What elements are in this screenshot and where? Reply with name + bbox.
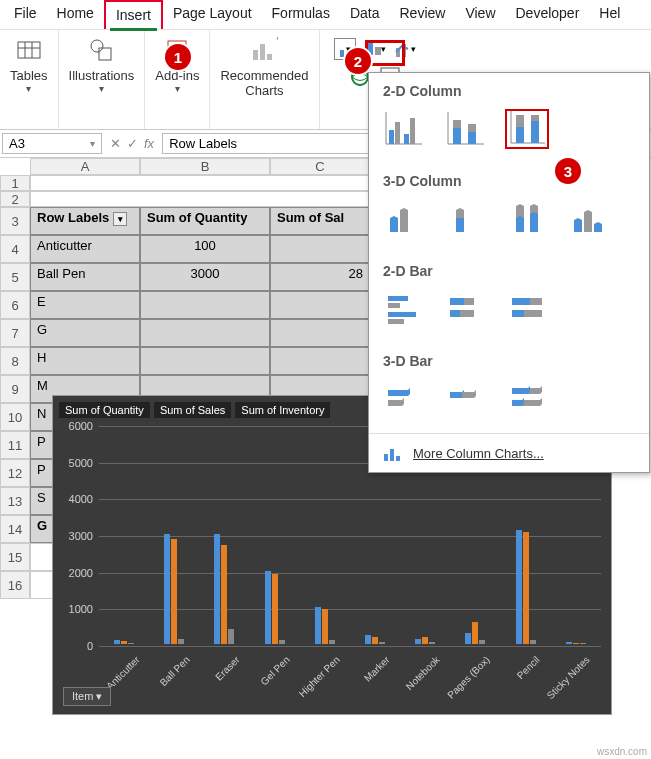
chart-bar[interactable] [573, 643, 579, 644]
table-cell[interactable] [140, 347, 270, 375]
menu-file[interactable]: File [4, 0, 47, 29]
chart-3d-100-stacked-bar[interactable] [505, 379, 549, 419]
chart-bar[interactable] [265, 571, 271, 644]
table-cell[interactable] [270, 291, 370, 319]
col-head-b[interactable]: B [140, 158, 270, 175]
menu-insert[interactable]: Insert [104, 0, 163, 29]
fx-icon[interactable]: fx [144, 136, 154, 151]
row-head[interactable]: 5 [0, 263, 30, 291]
row-head[interactable]: 13 [0, 487, 30, 515]
chart-3d-clustered-bar[interactable] [381, 379, 425, 419]
chart-bar[interactable] [228, 629, 234, 644]
row-head[interactable]: 8 [0, 347, 30, 375]
table-cell[interactable] [270, 235, 370, 263]
chart-clustered-column[interactable] [381, 109, 425, 149]
row-head[interactable]: 10 [0, 403, 30, 431]
row-head[interactable]: 2 [0, 191, 30, 207]
chart-bar[interactable] [566, 642, 572, 644]
chart-100-stacked-column[interactable] [505, 109, 549, 149]
legend-item[interactable]: Sum of Quantity [59, 402, 150, 418]
row-head[interactable]: 6 [0, 291, 30, 319]
ribbon-illustrations[interactable]: Illustrations ▾ [59, 30, 146, 129]
chart-100-stacked-bar[interactable] [505, 289, 549, 329]
chart-bar[interactable] [379, 642, 385, 644]
chart-bar[interactable] [178, 639, 184, 645]
empty-cell[interactable] [30, 191, 370, 207]
chart-stacked-column[interactable] [443, 109, 487, 149]
chart-bar[interactable] [516, 530, 522, 644]
menu-developer[interactable]: Developer [506, 0, 590, 29]
chart-bar[interactable] [472, 622, 478, 644]
table-cell[interactable]: Anticutter [30, 235, 140, 263]
chart-bar[interactable] [372, 637, 378, 644]
chart-bar[interactable] [315, 607, 321, 644]
menu-formulas[interactable]: Formulas [262, 0, 340, 29]
table-cell[interactable]: 3000 [140, 263, 270, 291]
chart-3d-column[interactable] [567, 199, 611, 239]
table-cell[interactable]: 100 [140, 235, 270, 263]
ribbon-tables[interactable]: Tables ▾ [0, 30, 59, 129]
row-head[interactable]: 16 [0, 571, 30, 599]
row-head[interactable]: 12 [0, 459, 30, 487]
table-cell[interactable] [270, 319, 370, 347]
chart-bar[interactable] [164, 534, 170, 644]
chart-bar[interactable] [128, 643, 134, 644]
chart-bar[interactable] [114, 640, 120, 644]
table-cell[interactable]: G [30, 319, 140, 347]
chart-clustered-bar[interactable] [381, 289, 425, 329]
menu-home[interactable]: Home [47, 0, 104, 29]
menu-help[interactable]: Hel [589, 0, 630, 29]
chart-bar[interactable] [365, 635, 371, 644]
menu-review[interactable]: Review [390, 0, 456, 29]
chart-bar[interactable] [171, 539, 177, 644]
chart-bar[interactable] [465, 633, 471, 644]
row-head[interactable]: 11 [0, 431, 30, 459]
row-head[interactable]: 1 [0, 175, 30, 191]
chart-bar[interactable] [221, 545, 227, 644]
chart-3d-stacked-bar[interactable] [443, 379, 487, 419]
chart-3d-clustered-column[interactable] [381, 199, 425, 239]
col-head-a[interactable]: A [30, 158, 140, 175]
row-head[interactable]: 14 [0, 515, 30, 543]
name-box[interactable]: A3▾ [2, 133, 102, 154]
table-cell[interactable] [140, 291, 270, 319]
chart-bar[interactable] [322, 609, 328, 644]
chart-bar[interactable] [429, 642, 435, 644]
chart-bar[interactable] [530, 640, 536, 644]
chart-bar[interactable] [272, 574, 278, 644]
row-head[interactable]: 7 [0, 319, 30, 347]
menu-data[interactable]: Data [340, 0, 390, 29]
pivot-header-rowlabels[interactable]: Row Labels▾ [30, 207, 140, 235]
row-head[interactable]: 9 [0, 375, 30, 403]
chart-bar[interactable] [479, 640, 485, 644]
accept-icon[interactable]: ✓ [127, 136, 138, 151]
table-cell[interactable]: E [30, 291, 140, 319]
chart-stacked-bar[interactable] [443, 289, 487, 329]
ribbon-recommended-charts[interactable]: ? Recommended Charts [210, 30, 319, 129]
table-cell[interactable]: 28 [270, 263, 370, 291]
chart-bar[interactable] [422, 637, 428, 644]
menu-view[interactable]: View [455, 0, 505, 29]
empty-cell[interactable] [30, 175, 370, 191]
row-head[interactable]: 15 [0, 543, 30, 571]
chart-bar[interactable] [415, 639, 421, 645]
table-cell[interactable]: Ball Pen [30, 263, 140, 291]
chart-bar[interactable] [279, 640, 285, 644]
table-cell[interactable] [140, 319, 270, 347]
chart-bar[interactable] [214, 534, 220, 644]
col-head-c[interactable]: C [270, 158, 370, 175]
cancel-icon[interactable]: ✕ [110, 136, 121, 151]
chart-bar[interactable] [121, 641, 127, 644]
more-column-charts[interactable]: More Column Charts... [369, 433, 649, 472]
chart-bar[interactable] [580, 643, 586, 644]
row-head[interactable]: 4 [0, 235, 30, 263]
table-cell[interactable] [270, 347, 370, 375]
menu-page-layout[interactable]: Page Layout [163, 0, 262, 29]
chart-item-filter-button[interactable]: Item ▾ [63, 687, 111, 706]
chart-bar[interactable] [523, 532, 529, 644]
row-head[interactable]: 3 [0, 207, 30, 235]
chart-3d-stacked-column[interactable] [443, 199, 487, 239]
table-cell[interactable]: H [30, 347, 140, 375]
chart-3d-100-stacked-column[interactable] [505, 199, 549, 239]
legend-item[interactable]: Sum of Sales [154, 402, 231, 418]
